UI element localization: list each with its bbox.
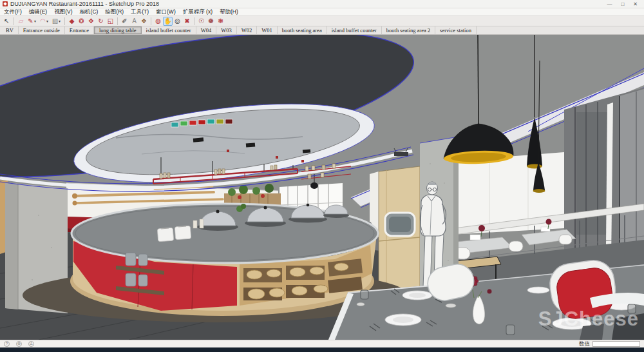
scene-tab-entrance-outside[interactable]: Entrance outside [19, 26, 65, 34]
menu-draw[interactable]: 绘图(R) [105, 8, 124, 16]
paint-bucket-tool-icon[interactable]: ❖ [139, 17, 149, 26]
scene-tab-w02[interactable]: W02 [237, 26, 258, 34]
model-scene [0, 35, 644, 340]
text-tool-icon[interactable]: A [129, 17, 139, 26]
pan-tool-icon[interactable]: ✋ [163, 17, 173, 26]
minimize-button[interactable]: — [607, 0, 612, 8]
scene-tab-long-dining-table[interactable]: long dining table [94, 26, 142, 34]
scene-tab-service-station[interactable]: service station [435, 26, 477, 34]
scene-tab-w03[interactable]: W03 [216, 26, 237, 34]
scene-tab-island-buffet-counter-2[interactable]: island buffet counter [327, 26, 382, 34]
sketchup-window: DUJIANGYAN Restaurant-20161111 - SketchU… [0, 0, 644, 352]
watermark: SJCheese [538, 308, 639, 331]
scene-tab-island-buffet-counter[interactable]: island buffet counter [142, 26, 196, 34]
follow-me-tool-icon[interactable]: ❂ [77, 17, 86, 26]
tape-measure-tool-icon[interactable]: ✐ [120, 17, 129, 26]
scale-tool-icon[interactable]: ◱ [106, 17, 115, 26]
window-title: DUJIANGYAN Restaurant-20161111 - SketchU… [10, 1, 159, 7]
sketchup-logo-icon [3, 1, 8, 6]
status-bar: ? ⊕ ♙ 数值 [0, 340, 644, 347]
scene-tab-bv[interactable]: BV [1, 26, 19, 34]
geolocation-icon[interactable]: ⊕ [16, 341, 22, 347]
menu-view[interactable]: 视图(V) [54, 8, 72, 16]
position-camera-tool-icon[interactable]: ☉ [196, 17, 206, 26]
menu-help[interactable]: 帮助(H) [220, 8, 238, 16]
eraser-tool-icon[interactable]: ▱ [16, 17, 26, 26]
menu-bar: 文件(F) 编辑(E) 视图(V) 相机(C) 绘图(R) 工具(T) 窗口(W… [0, 8, 644, 16]
toolbar: ↖ ▱ ✎ ▾ ◠ ▾ ▧ ▾ ◆ ❂ ✥ ↻ ◱ ✐ A ❖ ◍ ✋ ◎ ✖ … [0, 16, 644, 26]
rotate-tool-icon[interactable]: ↻ [96, 17, 106, 26]
scene-tabs-bar: BV Entrance outside Entrance long dining… [0, 26, 644, 35]
maximize-button[interactable]: □ [621, 0, 624, 8]
menu-tools[interactable]: 工具(T) [131, 8, 149, 16]
move-tool-icon[interactable]: ✥ [86, 17, 96, 26]
measurements-input[interactable] [592, 341, 640, 347]
title-bar: DUJIANGYAN Restaurant-20161111 - SketchU… [0, 0, 644, 8]
scene-tab-booth-seating-area[interactable]: booth seating area [278, 26, 327, 34]
close-button[interactable]: ✕ [633, 0, 638, 8]
rectangle-dropdown-caret-icon[interactable]: ▾ [59, 19, 62, 23]
scene-tab-booth-seating-area-2[interactable]: booth seating area 2 [382, 26, 435, 34]
look-around-tool-icon[interactable]: ❁ [206, 17, 216, 26]
push-pull-tool-icon[interactable]: ◆ [67, 17, 77, 26]
help-icon[interactable]: ? [4, 341, 10, 347]
viewport[interactable]: SJCheese [0, 35, 644, 340]
scene-tab-w01[interactable]: W01 [257, 26, 278, 34]
scene-tab-entrance[interactable]: Entrance [65, 26, 94, 34]
bottom-strip [0, 347, 644, 352]
credits-icon[interactable]: ♙ [28, 341, 34, 347]
select-tool-icon[interactable]: ↖ [2, 17, 12, 26]
orbit-tool-icon[interactable]: ◍ [153, 17, 163, 26]
menu-file[interactable]: 文件(F) [4, 8, 22, 16]
menu-window[interactable]: 窗口(W) [156, 8, 176, 16]
zoom-tool-icon[interactable]: ◎ [173, 17, 182, 26]
walk-tool-icon[interactable]: ❃ [216, 17, 225, 26]
measurements-label: 数值 [579, 340, 590, 348]
menu-edit[interactable]: 编辑(E) [29, 8, 47, 16]
scene-tab-w04[interactable]: W04 [196, 26, 217, 34]
menu-extensions[interactable]: 扩展程序 (x) [183, 8, 213, 16]
menu-camera[interactable]: 相机(C) [80, 8, 99, 16]
zoom-extents-tool-icon[interactable]: ✖ [182, 17, 192, 26]
